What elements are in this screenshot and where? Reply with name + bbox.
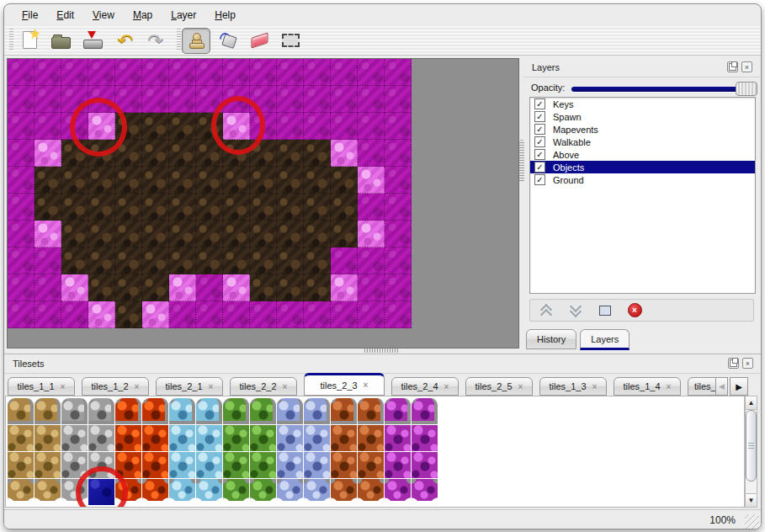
map-tile-magenta-ground[interactable] xyxy=(35,274,61,301)
menu-item-view[interactable]: View xyxy=(83,7,124,24)
map-tile-magenta-ground[interactable] xyxy=(385,247,412,274)
map-tile-magenta-ground[interactable] xyxy=(8,301,35,328)
map-tile-magenta-ground[interactable] xyxy=(358,247,385,274)
map-tile-magenta-ground[interactable] xyxy=(385,86,412,113)
scrollbar-down-button[interactable]: ▼ xyxy=(746,493,757,507)
map-tile-brown-dirt[interactable] xyxy=(61,247,88,274)
map-tile-magenta-ground[interactable] xyxy=(196,274,223,301)
tileset-tile-rust[interactable] xyxy=(331,398,358,425)
map-tile-brown-dirt[interactable] xyxy=(196,221,223,247)
map-tile-brown-dirt[interactable] xyxy=(169,113,196,140)
tileset-tile-rust[interactable] xyxy=(358,479,385,506)
tileset-tab-tiles_2_4[interactable]: tiles_2_4× xyxy=(391,377,459,396)
close-tab-icon[interactable]: × xyxy=(135,382,140,391)
layer-row-spawn[interactable]: ✓Spawn xyxy=(530,110,755,123)
map-tile-brown-dirt[interactable] xyxy=(223,194,250,221)
tileset-tile-tan[interactable] xyxy=(8,479,35,506)
map-tile-magenta-ground[interactable] xyxy=(8,140,35,167)
map-tile-brown-dirt[interactable] xyxy=(304,221,331,247)
tileset-tile-periwinkle[interactable] xyxy=(277,425,304,452)
map-tile-brown-dirt[interactable] xyxy=(277,140,304,167)
close-tab-icon[interactable]: × xyxy=(518,382,523,391)
tileset-tile-sky-blue[interactable] xyxy=(196,398,223,425)
map-tile-magenta-ground[interactable] xyxy=(304,301,331,328)
map-tile-magenta-ground[interactable] xyxy=(385,301,412,328)
map-tile-magenta-ground[interactable] xyxy=(8,274,35,301)
map-tile-brown-dirt[interactable] xyxy=(142,247,169,274)
close-tab-icon[interactable]: × xyxy=(61,382,66,391)
tileset-tile-magenta[interactable] xyxy=(412,425,438,452)
tileset-tile-periwinkle[interactable] xyxy=(304,425,331,452)
map-tile-brown-dirt[interactable] xyxy=(196,194,223,221)
layer-row-mapevents[interactable]: ✓Mapevents xyxy=(530,123,755,136)
map-tile-magenta-ground[interactable] xyxy=(61,59,88,86)
map-tile-magenta-ground[interactable] xyxy=(385,221,412,247)
map-tile-magenta-ground[interactable] xyxy=(8,167,35,194)
close-tab-icon[interactable]: × xyxy=(667,382,672,391)
map-tile-pink-object[interactable] xyxy=(35,140,61,167)
map-tile-brown-dirt[interactable] xyxy=(304,274,331,301)
map-tile-magenta-ground[interactable] xyxy=(196,59,223,86)
map-tile-magenta-ground[interactable] xyxy=(331,113,358,140)
map-tile-magenta-ground[interactable] xyxy=(331,59,358,86)
map-tile-brown-dirt[interactable] xyxy=(304,247,331,274)
float-panel-button[interactable] xyxy=(728,358,739,369)
map-tile-magenta-ground[interactable] xyxy=(277,86,304,113)
map-tile-grid[interactable] xyxy=(8,59,412,328)
map-tile-brown-dirt[interactable] xyxy=(142,113,169,140)
map-tile-magenta-ground[interactable] xyxy=(250,59,277,86)
close-tab-icon[interactable]: × xyxy=(444,382,449,391)
scroll-tabs-left-button[interactable]: ◀ xyxy=(715,377,728,396)
map-tile-brown-dirt[interactable] xyxy=(169,194,196,221)
tileset-tile-tan[interactable] xyxy=(35,425,61,452)
map-tile-brown-dirt[interactable] xyxy=(35,167,61,194)
map-tile-brown-dirt[interactable] xyxy=(142,221,169,247)
tileset-tile-gray[interactable] xyxy=(88,398,115,425)
layer-list[interactable]: ✓Keys✓Spawn✓Mapevents✓Walkable✓Above✓Obj… xyxy=(529,97,756,294)
map-tile-brown-dirt[interactable] xyxy=(61,194,88,221)
close-tab-icon[interactable]: × xyxy=(592,382,598,391)
map-tile-magenta-ground[interactable] xyxy=(8,59,35,86)
tileset-tile-tan[interactable] xyxy=(35,479,61,506)
tileset-tile-red-orange[interactable] xyxy=(142,452,169,479)
map-tile-brown-dirt[interactable] xyxy=(277,274,304,301)
map-tile-pink-object[interactable] xyxy=(88,301,115,328)
tileset-scrollbar[interactable]: ▲ ▼ xyxy=(745,396,757,508)
layer-row-objects[interactable]: ✓Objects xyxy=(530,161,755,173)
tileset-tile-magenta[interactable] xyxy=(385,425,412,452)
map-tile-pink-object[interactable] xyxy=(358,221,385,247)
map-tile-brown-dirt[interactable] xyxy=(250,167,277,194)
tileset-tile-periwinkle[interactable] xyxy=(277,452,304,479)
map-tile-brown-dirt[interactable] xyxy=(250,247,277,274)
tileset-tile-gray[interactable] xyxy=(61,398,88,425)
tileset-tile-red-orange[interactable] xyxy=(142,425,169,452)
map-tile-brown-dirt[interactable] xyxy=(196,247,223,274)
menu-item-layer[interactable]: Layer xyxy=(162,7,205,24)
undo-button[interactable]: ↶ xyxy=(112,28,139,52)
map-tile-magenta-ground[interactable] xyxy=(358,140,385,167)
map-tile-brown-dirt[interactable] xyxy=(35,194,61,221)
tileset-tab-tiles_1_1[interactable]: tiles_1_1× xyxy=(8,377,75,396)
fill-button[interactable] xyxy=(215,28,242,52)
tileset-tile-magenta[interactable] xyxy=(385,479,412,506)
map-tile-magenta-ground[interactable] xyxy=(35,86,61,113)
map-tile-magenta-ground[interactable] xyxy=(8,247,35,274)
map-tile-brown-dirt[interactable] xyxy=(223,247,250,274)
tileset-tab-tiles_2_5[interactable]: tiles_2_5× xyxy=(465,377,533,396)
map-tile-brown-dirt[interactable] xyxy=(277,247,304,274)
map-tile-magenta-ground[interactable] xyxy=(304,86,331,113)
map-tile-pink-object[interactable] xyxy=(61,274,88,301)
map-tile-magenta-ground[interactable] xyxy=(142,59,169,86)
map-tile-brown-dirt[interactable] xyxy=(196,167,223,194)
scrollbar-thumb[interactable] xyxy=(746,410,757,481)
map-tile-brown-dirt[interactable] xyxy=(142,167,169,194)
tileset-tile-tan[interactable] xyxy=(8,425,35,452)
map-tile-brown-dirt[interactable] xyxy=(223,167,250,194)
tab-history[interactable]: History xyxy=(526,329,576,349)
tileset-tab-tiles_1_3[interactable]: tiles_1_3× xyxy=(539,377,607,396)
tileset-tile-red-orange[interactable] xyxy=(115,425,142,452)
map-tile-magenta-ground[interactable] xyxy=(385,59,412,86)
raise-layer-button[interactable] xyxy=(537,302,555,319)
map-tile-magenta-ground[interactable] xyxy=(358,59,385,86)
tileset-tile-green[interactable] xyxy=(250,398,277,425)
